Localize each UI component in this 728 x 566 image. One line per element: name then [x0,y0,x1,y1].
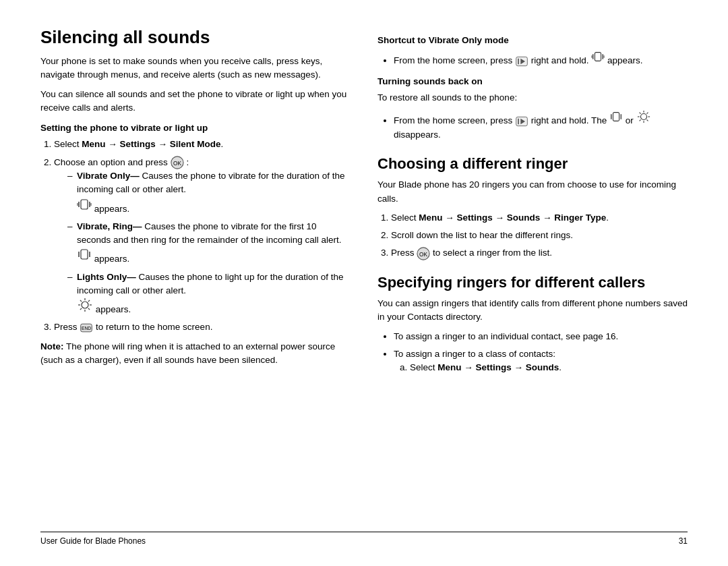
choosing-step1-menu: Menu → Settings → Sounds → Ringer Type [419,213,606,223]
svg-rect-32 [613,113,619,121]
right-column: Shortcut to Vibrate Only mode From the h… [377,27,688,518]
svg-line-40 [639,113,640,114]
choosing-step-2: Scroll down the list to hear the differe… [391,229,688,242]
svg-text:END: END [82,326,91,331]
svg-point-10 [82,302,88,308]
specifying-intro: You can assign ringers that identify cal… [377,297,688,324]
vibrate-icon-svg [77,197,92,212]
footer: User Guide for Blade Phones 31 [40,532,688,546]
step1-menu: Menu → Settings → Silent Mode [82,139,220,149]
nav-key-svg-1 [515,55,528,68]
choosing-step1-text: Select Menu → Settings → Sounds → Ringer… [391,213,609,223]
vibrate-options-list: Vibrate Only— Causes the phone to vibrat… [67,169,351,316]
svg-rect-24 [595,53,601,61]
footer-right: 31 [679,536,688,546]
vibrate-icon-1 [77,204,94,214]
vibrate-icon-2 [77,254,94,264]
shortcut-heading: Shortcut to Vibrate Only mode [377,34,688,47]
specifying-item-1: To assign a ringer to an individual cont… [394,330,688,343]
alpha-list: Select Menu → Settings → Sounds. [410,361,688,374]
svg-text:OK: OK [419,251,427,257]
turning-sounds-heading: Turning sounds back on [377,75,688,88]
svg-rect-7 [81,250,88,259]
vibrate-turn-svg [609,110,623,123]
nav-key-icon-1 [515,55,531,65]
svg-line-43 [639,120,640,121]
turning-sounds-intro: To restore all sounds to the phone: [377,91,688,105]
svg-text:OK: OK [173,161,181,167]
choosing-step3-text: Press OK to select a ringer from the lis… [391,248,552,258]
lights-icon-svg [77,298,93,312]
left-column: Silencing all sounds Your phone is set t… [40,27,351,518]
subheading-vibrate: Setting the phone to vibrate or light up [40,121,351,135]
shortcut-text: From the home screen, press right and ho… [394,55,643,65]
vibrate-icon-turn [609,115,626,125]
svg-line-17 [88,300,90,302]
note-body: The phone will ring when it is attached … [40,341,335,365]
turning-sounds-item: From the home screen, press right and ho… [394,110,688,142]
lights-only-item: Lights Only— Causes the phone to light u… [67,271,351,317]
lights-icon-turn [636,115,651,125]
lights-only-label: Lights Only— [77,272,136,282]
svg-point-35 [640,114,646,120]
ok-key-svg-2: OK [417,247,430,260]
vibrate-ring-item: Vibrate, Ring— Causes the phone to vibra… [67,220,351,266]
alpha-a-menu: Menu → Settings → Sounds [437,362,559,372]
step-3: Press END to return to the home screen. [54,320,351,334]
vibrate-ring-svg [77,247,92,262]
svg-line-15 [80,300,82,302]
nav-key-svg-2 [515,115,528,128]
note-paragraph: Note: The phone will ring when it is att… [40,340,351,368]
svg-line-16 [88,308,90,310]
shortcut-list: From the home screen, press right and ho… [394,50,688,67]
intro-para-1: Your phone is set to make sounds when yo… [40,55,351,82]
lights-icon [77,304,96,314]
vibrate-ring-label: Vibrate, Ring— [77,221,142,231]
choosing-step-1: Select Menu → Settings → Sounds → Ringer… [391,211,688,225]
vibrate-steps-list: Select Menu → Settings → Silent Mode. Ch… [54,138,351,334]
turning-sounds-list: From the home screen, press right and ho… [394,110,688,142]
vibrate-shortcut-svg [591,50,605,63]
specifying-item-2: To assign a ringer to a class of contact… [394,347,688,375]
vibrate-ring-appears: appears. [94,254,130,264]
ok-key-icon: OK [171,157,187,167]
lights-turn-svg [636,110,651,123]
choosing-step-3: Press OK to select a ringer from the lis… [391,246,688,260]
vibrate-only-label: Vibrate Only— [77,171,140,181]
lights-only-appears: appears. [96,304,131,314]
svg-line-41 [646,120,648,121]
note-label: Note: [40,341,64,351]
choosing-intro: Your Blade phone has 20 ringers you can … [377,178,688,206]
svg-line-42 [646,113,648,114]
choosing-steps: Select Menu → Settings → Sounds → Ringer… [391,211,688,260]
silencing-title: Silencing all sounds [40,27,351,48]
specifying-list: To assign a ringer to an individual cont… [394,330,688,375]
step3-text: Press END to return to the home screen. [54,322,212,332]
step-1: Select Menu → Settings → Silent Mode. [54,138,351,151]
vibrate-icon-shortcut [591,55,607,65]
step-2: Choose an option and press OK : Vibrate … [54,156,351,317]
step1-text: Select Menu → Settings → Silent Mode. [54,139,223,149]
choosing-title: Choosing a different ringer [377,155,688,173]
ok-key-icon-2: OK [417,248,433,258]
end-key-svg: END [80,321,93,335]
alpha-item-a: Select Menu → Settings → Sounds. [410,361,688,374]
ok-key-svg: OK [171,156,184,169]
page: Silencing all sounds Your phone is set t… [0,0,728,566]
main-content: Silencing all sounds Your phone is set t… [40,27,688,518]
step2-text: Choose an option and press OK : [54,157,189,167]
vibrate-only-appears: appears. [94,204,130,214]
intro-para-2: You can silence all sounds and set the p… [40,88,351,115]
nav-key-icon-2 [515,115,531,125]
specifying-title: Specifying ringers for different callers [377,274,688,291]
shortcut-item: From the home screen, press right and ho… [394,50,688,67]
footer-left: User Guide for Blade Phones [40,536,146,546]
vibrate-only-item: Vibrate Only— Causes the phone to vibrat… [67,169,351,216]
end-key-icon: END [80,322,96,332]
svg-rect-2 [81,200,88,209]
svg-line-18 [80,308,82,310]
turning-sounds-text: From the home screen, press right and ho… [394,115,651,139]
